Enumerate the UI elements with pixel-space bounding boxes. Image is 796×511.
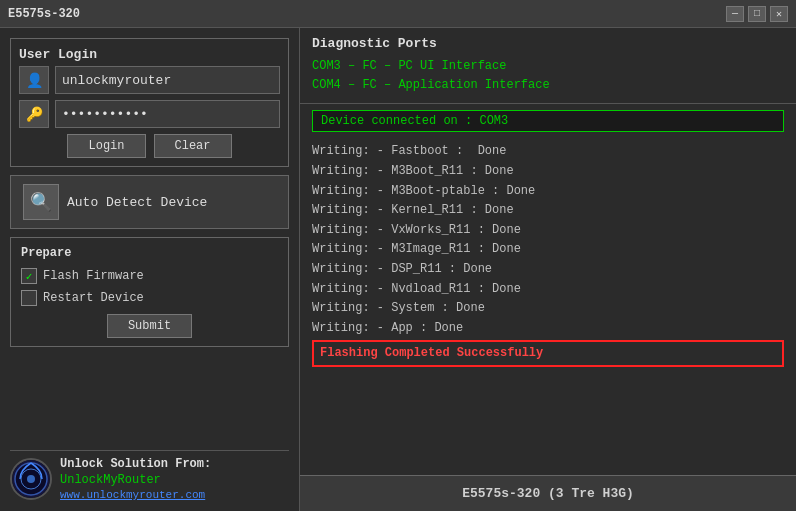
success-message: Flashing Completed Successfully <box>312 340 784 367</box>
user-login-title: User Login <box>19 47 280 62</box>
window-controls: — □ ✕ <box>726 6 788 22</box>
flash-firmware-label: Flash Firmware <box>43 269 144 283</box>
device-connected-bar: Device connected on : COM3 <box>312 110 784 132</box>
device-model-label: E5575s-320 (3 Tre H3G) <box>462 486 634 501</box>
restart-device-row: ✓ Restart Device <box>21 290 278 306</box>
bottom-bar: E5575s-320 (3 Tre H3G) <box>300 475 796 511</box>
password-input[interactable] <box>55 100 280 128</box>
maximize-button[interactable]: □ <box>748 6 766 22</box>
main-layout: User Login 👤 🔑 Login Clear 🔍 Auto Detect… <box>0 28 796 511</box>
user-icon: 👤 <box>19 66 49 94</box>
log-line: Writing: - System : Done <box>312 299 784 318</box>
clear-button[interactable]: Clear <box>154 134 232 158</box>
logo-inner <box>12 460 50 498</box>
log-area: Writing: - Fastboot : Done Writing: - M3… <box>300 138 796 475</box>
flash-firmware-checkbox[interactable]: ✓ <box>21 268 37 284</box>
right-panel: Diagnostic Ports COM3 – FC – PC UI Inter… <box>300 28 796 511</box>
submit-row: Submit <box>21 314 278 338</box>
auto-detect-label: Auto Detect Device <box>67 195 207 210</box>
prepare-section: Prepare ✓ Flash Firmware ✓ Restart Devic… <box>10 237 289 347</box>
login-button[interactable]: Login <box>67 134 145 158</box>
diag-ports-header: Diagnostic Ports COM3 – FC – PC UI Inter… <box>300 28 796 104</box>
logo-text-area: Unlock Solution From: UnlockMyRouter www… <box>60 457 211 501</box>
log-line: Writing: - DSP_R11 : Done <box>312 260 784 279</box>
log-line: Writing: - M3Boot_R11 : Done <box>312 162 784 181</box>
log-line: Writing: - M3Image_R11 : Done <box>312 240 784 259</box>
submit-button[interactable]: Submit <box>107 314 192 338</box>
title-bar: E5575s-320 — □ ✕ <box>0 0 796 28</box>
username-input[interactable] <box>55 66 280 94</box>
device-connected-text: Device connected on : COM3 <box>321 114 508 128</box>
search-icon: 🔍 <box>23 184 59 220</box>
user-login-box: User Login 👤 🔑 Login Clear <box>10 38 289 167</box>
log-line: Writing: - Fastboot : Done <box>312 142 784 161</box>
restart-device-label: Restart Device <box>43 291 144 305</box>
log-line: Writing: - App : Done <box>312 319 784 338</box>
svg-point-2 <box>27 475 35 483</box>
login-btn-row: Login Clear <box>19 134 280 158</box>
close-button[interactable]: ✕ <box>770 6 788 22</box>
auto-detect-button[interactable]: 🔍 Auto Detect Device <box>10 175 289 229</box>
restart-device-checkbox[interactable]: ✓ <box>21 290 37 306</box>
log-line: Writing: - Nvdload_R11 : Done <box>312 280 784 299</box>
window-title: E5575s-320 <box>8 7 80 21</box>
username-row: 👤 <box>19 66 280 94</box>
website-url[interactable]: www.unlockmyrouter.com <box>60 489 211 501</box>
brand-name[interactable]: UnlockMyRouter <box>60 473 211 487</box>
log-line: Writing: - VxWorks_R11 : Done <box>312 221 784 240</box>
log-line: Writing: - M3Boot-ptable : Done <box>312 182 784 201</box>
logo-section: Unlock Solution From: UnlockMyRouter www… <box>10 450 289 501</box>
diag-ports-title: Diagnostic Ports <box>312 36 784 51</box>
port-line-2: COM4 – FC – Application Interface <box>312 76 784 95</box>
log-line: Writing: - Kernel_R11 : Done <box>312 201 784 220</box>
password-row: 🔑 <box>19 100 280 128</box>
unlock-solution-label: Unlock Solution From: <box>60 457 211 471</box>
minimize-button[interactable]: — <box>726 6 744 22</box>
logo-circle <box>10 458 52 500</box>
password-icon: 🔑 <box>19 100 49 128</box>
left-panel: User Login 👤 🔑 Login Clear 🔍 Auto Detect… <box>0 28 300 511</box>
port-line-1: COM3 – FC – PC UI Interface <box>312 57 784 76</box>
flash-firmware-row: ✓ Flash Firmware <box>21 268 278 284</box>
prepare-title: Prepare <box>21 246 278 260</box>
